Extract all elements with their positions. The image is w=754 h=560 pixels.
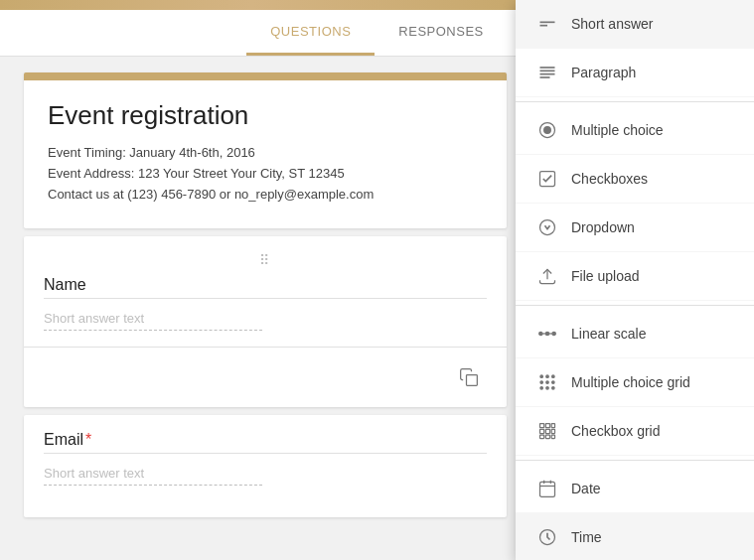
menu-item-checkbox-grid[interactable]: Checkbox grid: [516, 407, 754, 456]
tab-responses[interactable]: RESPONSES: [375, 10, 507, 56]
main-content: Event registration Event Timing: January…: [0, 57, 530, 533]
short-answer-icon: [531, 12, 563, 36]
menu-item-file-upload[interactable]: File upload: [516, 252, 754, 301]
menu-label-multiple-choice: Multiple choice: [571, 122, 664, 138]
description-line2: Event Address: 123 Your Street Your City…: [48, 164, 483, 185]
svg-point-20: [540, 381, 543, 384]
paragraph-icon: [531, 61, 563, 84]
menu-label-file-upload: File upload: [571, 268, 640, 284]
svg-rect-26: [540, 424, 544, 428]
file-upload-icon: [531, 264, 563, 288]
multiple-choice-icon: [531, 118, 563, 142]
short-answer-placeholder-name: Short answer text: [44, 311, 262, 331]
multiple-choice-grid-icon: [531, 370, 563, 394]
menu-divider-2: [516, 305, 754, 306]
menu-item-dropdown[interactable]: Dropdown: [516, 204, 754, 252]
menu-item-multiple-choice-grid[interactable]: Multiple choice grid: [516, 358, 754, 407]
description-line3: Contact us at (123) 456-7890 or no_reply…: [48, 185, 483, 206]
linear-scale-icon: [531, 322, 563, 346]
svg-point-23: [540, 387, 543, 390]
form-title: Event registration: [48, 100, 483, 131]
svg-point-22: [552, 381, 555, 384]
time-icon: [531, 525, 563, 549]
svg-rect-33: [545, 435, 549, 438]
menu-label-dropdown: Dropdown: [571, 219, 635, 235]
svg-rect-34: [551, 435, 554, 438]
question-card-name: ⠿ Name Short answer text: [24, 236, 507, 407]
menu-label-checkbox-grid: Checkbox grid: [571, 423, 661, 439]
menu-label-date: Date: [571, 481, 601, 496]
svg-point-10: [540, 220, 555, 235]
form-description: Event Timing: January 4th-6th, 2016 Even…: [48, 143, 483, 205]
card-divider: [24, 347, 507, 348]
required-star: *: [85, 431, 91, 448]
date-icon: [531, 477, 563, 500]
svg-point-24: [546, 387, 549, 390]
svg-point-19: [552, 375, 555, 378]
menu-item-checkboxes[interactable]: Checkboxes: [516, 155, 754, 204]
svg-point-8: [544, 127, 551, 134]
svg-rect-32: [540, 435, 544, 438]
svg-point-13: [545, 332, 548, 335]
svg-rect-31: [551, 429, 554, 433]
svg-rect-35: [540, 482, 555, 496]
svg-rect-29: [540, 429, 544, 433]
svg-rect-28: [551, 424, 554, 428]
drag-handle: ⠿: [44, 252, 487, 268]
menu-label-paragraph: Paragraph: [571, 65, 636, 80]
menu-label-checkboxes: Checkboxes: [571, 171, 648, 187]
svg-point-12: [539, 332, 542, 335]
question-type-menu: Short answer Paragraph Multiple choice: [516, 0, 754, 560]
menu-item-multiple-choice[interactable]: Multiple choice: [516, 106, 754, 155]
question-title-email: Email*: [44, 431, 487, 454]
svg-point-17: [540, 375, 543, 378]
menu-label-multiple-choice-grid: Multiple choice grid: [571, 374, 690, 390]
svg-point-18: [546, 375, 549, 378]
svg-point-21: [546, 381, 549, 384]
menu-item-short-answer[interactable]: Short answer: [516, 0, 754, 49]
svg-point-25: [552, 387, 555, 390]
menu-divider-3: [516, 460, 754, 461]
svg-rect-0: [467, 375, 478, 386]
svg-point-14: [552, 332, 555, 335]
card-actions: [44, 355, 487, 395]
description-line1: Event Timing: January 4th-6th, 2016: [48, 143, 483, 164]
dropdown-icon: [531, 215, 563, 239]
checkbox-grid-icon: [531, 419, 563, 443]
copy-button[interactable]: [451, 359, 487, 395]
menu-label-linear-scale: Linear scale: [571, 326, 647, 342]
title-card: Event registration Event Timing: January…: [24, 72, 507, 228]
question-card-email: Email* Short answer text: [24, 415, 507, 517]
tab-questions[interactable]: QUESTIONS: [246, 10, 375, 56]
question-title-name: Name: [44, 276, 487, 299]
svg-rect-30: [545, 429, 549, 433]
menu-item-time[interactable]: Time: [516, 513, 754, 560]
menu-item-linear-scale[interactable]: Linear scale: [516, 310, 754, 358]
short-answer-placeholder-email: Short answer text: [44, 466, 262, 486]
checkboxes-icon: [531, 167, 563, 191]
menu-item-date[interactable]: Date: [516, 465, 754, 513]
menu-divider-1: [516, 101, 754, 102]
menu-label-time: Time: [571, 529, 602, 545]
svg-rect-27: [545, 424, 549, 428]
menu-label-short-answer: Short answer: [571, 16, 653, 32]
menu-item-paragraph[interactable]: Paragraph: [516, 49, 754, 97]
